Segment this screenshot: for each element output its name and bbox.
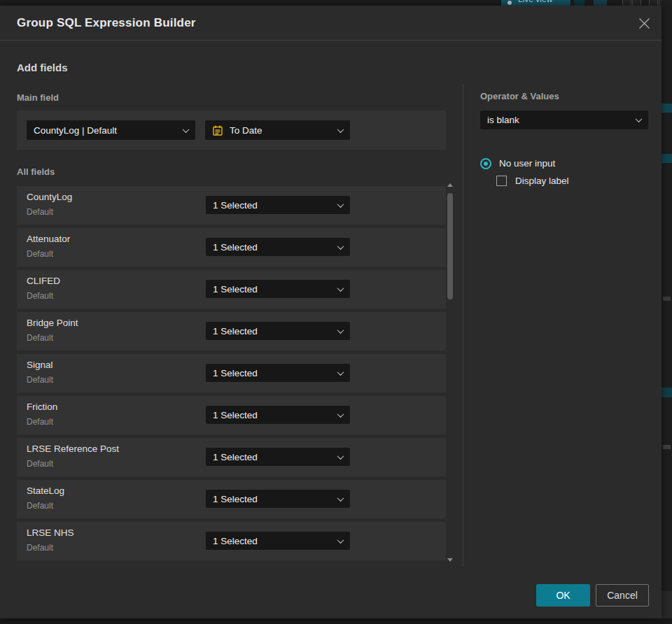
field-subtitle: Default [27, 291, 53, 301]
field-values-selected: 1 Selected [213, 452, 338, 462]
field-values-select[interactable]: 1 Selected [206, 364, 350, 382]
field-name: Attenuator [27, 234, 70, 244]
background-fragment [0, 618, 672, 624]
background-toolbar-item [594, 0, 607, 6]
field-values-select[interactable]: 1 Selected [206, 490, 350, 508]
background-fragment [662, 388, 672, 397]
chevron-down-icon [337, 453, 344, 460]
close-icon [638, 17, 650, 29]
field-values-selected: 1 Selected [213, 536, 338, 546]
field-name: Signal [27, 360, 53, 370]
field-subtitle: Default [27, 501, 53, 511]
field-name: StateLog [27, 485, 64, 496]
chevron-down-icon [337, 411, 344, 418]
chevron-down-icon [337, 369, 344, 376]
chevron-down-icon [636, 115, 643, 122]
field-values-select[interactable]: 1 Selected [206, 196, 350, 214]
field-subtitle: Default [27, 333, 53, 343]
field-values-selected: 1 Selected [213, 494, 338, 504]
close-button[interactable] [636, 15, 652, 31]
field-row-clifed: CLIFED Default 1 Selected [17, 270, 446, 309]
field-row-signal: Signal Default 1 Selected [17, 354, 446, 392]
operator-select-value: is blank [487, 115, 636, 125]
all-fields-label: All fields [17, 166, 55, 177]
group-sql-expression-builder-dialog: Group SQL Expression Builder Add fields … [0, 6, 662, 618]
field-values-selected: 1 Selected [213, 326, 338, 336]
chevron-down-icon [337, 495, 344, 502]
main-field-container: CountyLog | Default [17, 111, 446, 150]
live-view-label: Live view [518, 0, 552, 4]
field-name: LRSE Reference Post [27, 444, 119, 454]
chevron-down-icon [337, 285, 344, 292]
background-fragment [662, 104, 672, 113]
field-subtitle: Default [27, 207, 53, 217]
live-view-button-fragment[interactable]: Live view [501, 0, 570, 6]
chevron-down-icon [337, 243, 344, 250]
display-label-label: Display label [515, 176, 569, 186]
background-fragment [663, 297, 671, 301]
field-values-select[interactable]: 1 Selected [206, 238, 350, 256]
field-name: CountyLog [27, 192, 72, 202]
main-field-layer-select[interactable]: CountyLog | Default [27, 120, 195, 140]
operator-select[interactable]: is blank [480, 111, 648, 129]
field-subtitle: Default [27, 459, 53, 469]
display-label-checkbox[interactable] [496, 176, 507, 186]
field-values-selected: 1 Selected [213, 284, 338, 295]
operator-values-label: Operator & Values [480, 91, 559, 101]
no-user-input-radio[interactable] [480, 158, 491, 169]
field-row-attenuator: Attenuator Default 1 Selected [17, 228, 446, 267]
field-subtitle: Default [27, 417, 53, 427]
field-row-friction: Friction Default 1 Selected [17, 396, 446, 434]
background-fragment [662, 591, 672, 618]
main-field-field-select[interactable]: To Date [205, 120, 350, 140]
field-values-selected: 1 Selected [213, 410, 338, 420]
ok-button[interactable]: OK [536, 584, 590, 607]
chevron-down-icon [337, 201, 344, 208]
field-subtitle: Default [27, 249, 53, 259]
chevron-down-icon [337, 537, 344, 544]
cancel-button[interactable]: Cancel [596, 584, 649, 607]
field-values-selected: 1 Selected [213, 242, 338, 253]
field-values-select[interactable]: 1 Selected [206, 322, 350, 340]
scrollbar-up-arrow[interactable] [447, 183, 453, 187]
field-name: Friction [27, 402, 57, 412]
field-name: CLIFED [27, 276, 60, 286]
field-values-select[interactable]: 1 Selected [206, 448, 350, 466]
add-fields-heading: Add fields [17, 62, 68, 73]
field-name: Bridge Point [27, 318, 78, 328]
background-fragment [663, 445, 671, 449]
field-row-statelog: StateLog Default 1 Selected [17, 480, 446, 518]
field-subtitle: Default [27, 543, 53, 553]
field-values-select[interactable]: 1 Selected [206, 532, 350, 550]
layer-select-value: CountyLog | Default [34, 125, 183, 136]
dialog-title: Group SQL Expression Builder [17, 6, 196, 41]
chevron-down-icon [337, 126, 344, 133]
background-panel-fragment [662, 0, 672, 624]
field-row-countylog: CountyLog Default 1 Selected [17, 186, 446, 225]
main-field-label: Main field [17, 92, 59, 103]
field-values-select[interactable]: 1 Selected [206, 406, 350, 424]
field-name: LRSE NHS [27, 527, 74, 538]
background-toolbar-fragment: Live view [0, 0, 672, 6]
field-row-lrse-reference-post: LRSE Reference Post Default 1 Selected [17, 438, 446, 476]
panel-divider [463, 84, 463, 567]
field-row-bridge-point: Bridge Point Default 1 Selected [17, 312, 446, 350]
field-values-selected: 1 Selected [213, 368, 338, 378]
field-values-select[interactable]: 1 Selected [206, 280, 350, 298]
no-user-input-label: No user input [499, 158, 555, 169]
radio-dot [484, 162, 488, 166]
field-subtitle: Default [27, 375, 53, 385]
field-select-value: To Date [230, 125, 338, 136]
scrollbar-thumb[interactable] [447, 193, 453, 299]
background-toolbar-item [632, 0, 641, 6]
background-toolbar-item [622, 0, 631, 6]
screen: Live view Group SQL Expression Builder A… [0, 0, 672, 624]
field-values-selected: 1 Selected [213, 200, 338, 211]
scrollbar-down-arrow[interactable] [447, 558, 453, 562]
background-fragment [662, 154, 672, 163]
field-row-lrse-nhs: LRSE NHS Default 1 Selected [17, 522, 446, 560]
calendar-date-icon [212, 125, 223, 136]
dialog-header: Group SQL Expression Builder [0, 6, 662, 41]
chevron-down-icon [183, 126, 190, 133]
background-toolbar-item [649, 0, 658, 6]
